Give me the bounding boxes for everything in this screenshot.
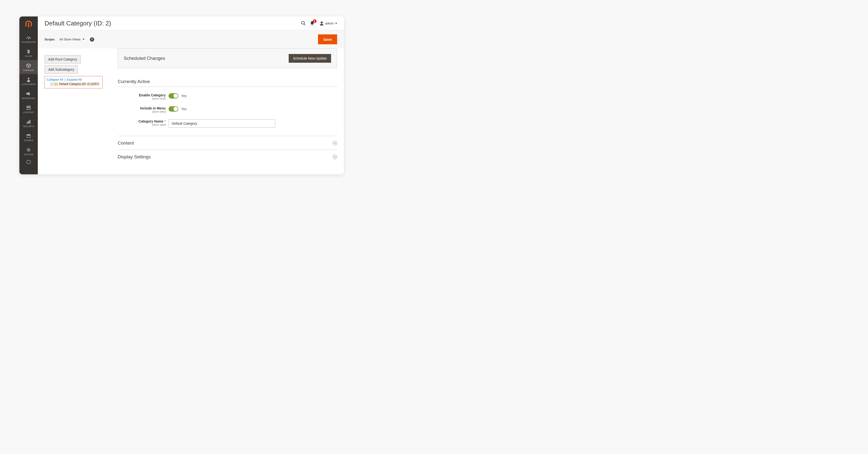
include-in-menu-toggle[interactable] (168, 106, 178, 111)
svg-rect-4 (26, 93, 27, 94)
svg-line-1 (29, 37, 30, 39)
svg-point-11 (28, 149, 29, 151)
notifications-button[interactable]: 1 (308, 19, 316, 28)
display-settings-title: Display Settings (118, 154, 151, 160)
box-icon (26, 159, 31, 165)
admin-sidebar: DASHBOARD $ SALES CATALOG CUSTOMERS MARK… (20, 17, 38, 174)
scope-select[interactable]: All Store Views (59, 37, 84, 41)
gauge-icon (26, 35, 31, 40)
user-menu[interactable]: admin (319, 21, 337, 25)
scope-bar: Scope: All Store Views ? Save (38, 30, 344, 48)
nav-label: DASHBOARD (21, 41, 36, 43)
person-icon (26, 77, 31, 82)
svg-point-15 (321, 22, 322, 24)
nav-sales[interactable]: $ SALES (20, 46, 38, 60)
save-button[interactable]: Save (318, 34, 337, 44)
tree-expand-toggle[interactable]: + (51, 83, 53, 86)
collapse-all-link[interactable]: Collapse All (47, 78, 63, 82)
nav-label: CONTENT (23, 111, 34, 114)
megaphone-icon (26, 91, 31, 96)
enable-category-label: Enable Category (118, 93, 166, 97)
add-subcategory-button[interactable]: Add Subcategory (44, 65, 78, 74)
nav-dashboard[interactable]: DASHBOARD (20, 32, 38, 46)
scope-hint: [store view] (118, 110, 166, 113)
svg-point-12 (302, 21, 304, 24)
nav-content[interactable]: CONTENT (20, 102, 38, 116)
svg-text:$: $ (27, 49, 30, 54)
enable-category-toggle[interactable] (168, 93, 178, 99)
svg-rect-8 (28, 121, 29, 124)
box-icon (26, 63, 31, 68)
nav-label: MARKETING (22, 97, 35, 99)
notification-badge: 1 (313, 20, 316, 23)
svg-rect-6 (28, 107, 30, 108)
category-tree: Collapse All | Expand All + Default Cate… (44, 76, 103, 88)
toggle-state: Yes (181, 94, 187, 98)
dollar-icon: $ (26, 49, 31, 54)
svg-point-3 (28, 78, 29, 79)
nav-customers[interactable]: CUSTOMERS (20, 74, 38, 88)
scope-help[interactable]: ? (90, 37, 94, 42)
svg-rect-10 (27, 135, 30, 137)
chevron-circle-icon (333, 155, 337, 159)
nav-label: SYSTEM (24, 153, 33, 156)
page-title: Default Category (ID: 2) (44, 20, 111, 27)
nav-system[interactable]: SYSTEM (20, 144, 38, 158)
category-name-input[interactable] (168, 119, 275, 128)
include-in-menu-label: Include in Menu (118, 106, 166, 110)
user-icon (319, 21, 324, 25)
nav-catalog[interactable]: CATALOG (20, 60, 38, 74)
svg-rect-9 (30, 120, 30, 124)
page-header: Default Category (ID: 2) 1 admin (38, 17, 344, 30)
nav-label: CUSTOMERS (21, 83, 36, 86)
tree-node[interactable]: Default Category (ID: 2) (2057) (59, 82, 99, 86)
chevron-circle-icon (333, 141, 337, 145)
scheduled-changes-title: Scheduled Changes (124, 56, 165, 61)
search-icon (301, 21, 306, 26)
required-mark: * (164, 119, 166, 123)
svg-point-14 (312, 25, 313, 25)
content-section-toggle[interactable]: Content (118, 136, 337, 148)
toggle-state: Yes (181, 107, 187, 111)
bars-icon (26, 119, 31, 125)
gear-icon (26, 147, 31, 153)
store-icon (26, 133, 31, 138)
add-root-category-button[interactable]: Add Root Category (44, 55, 81, 63)
scheduled-changes-panel: Scheduled Changes Schedule New Update (118, 48, 337, 68)
user-name: admin (325, 22, 334, 25)
nav-extra[interactable] (20, 158, 38, 166)
scope-value: All Store Views (59, 37, 81, 41)
nav-label: STORES (24, 139, 33, 142)
chevron-down-icon (83, 39, 85, 40)
scope-hint: [store view] (118, 123, 166, 126)
nav-reports[interactable]: REPORTS (20, 116, 38, 130)
currently-active-title: Currently Active (118, 79, 337, 84)
scope-hint: [store view] (118, 97, 166, 100)
svg-line-13 (304, 24, 305, 25)
search-button[interactable] (299, 19, 308, 28)
display-settings-section-toggle[interactable]: Display Settings (118, 150, 337, 162)
content-section-title: Content (118, 140, 134, 146)
nav-marketing[interactable]: MARKETING (20, 88, 38, 102)
category-name-label: Category Name (138, 119, 163, 123)
expand-all-link[interactable]: Expand All (67, 78, 82, 82)
chevron-down-icon (335, 23, 337, 24)
nav-label: CATALOG (23, 69, 34, 71)
magento-logo[interactable] (20, 17, 38, 32)
folder-icon (54, 83, 58, 86)
nav-label: REPORTS (23, 125, 34, 128)
page-icon (26, 105, 31, 110)
svg-rect-7 (27, 122, 28, 124)
scope-label: Scope: (44, 37, 55, 41)
schedule-new-update-button[interactable]: Schedule New Update (289, 54, 331, 63)
nav-stores[interactable]: STORES (20, 130, 38, 144)
nav-label: SALES (25, 55, 32, 57)
